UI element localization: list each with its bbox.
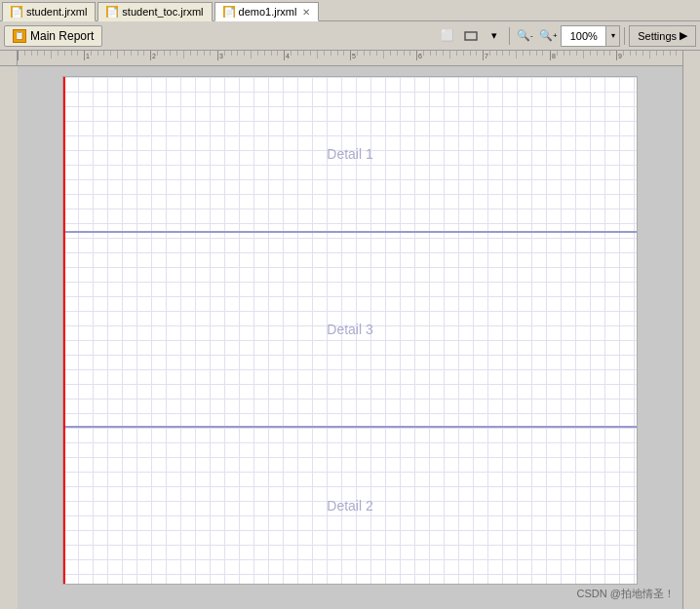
editor-container: 12345678 12345678910 Detail 1 Detail 3 <box>0 51 700 609</box>
zoom-control: ▾ <box>561 25 620 47</box>
top-ruler: 12345678910 <box>18 51 682 66</box>
zoom-in-button[interactable]: 🔍+ <box>537 25 559 47</box>
toolbar: 📋 Main Report ⬜ ▾ 🔍- 🔍+ ▾ Settings ▶ <box>0 21 700 51</box>
ruler-corner <box>0 51 18 66</box>
main-report-icon: 📋 <box>13 29 26 43</box>
band-detail1-label: Detail 1 <box>327 146 372 162</box>
band-detail1-handle[interactable] <box>63 231 637 235</box>
separator-1 <box>509 27 510 45</box>
zoom-out-button[interactable]: 🔍- <box>514 25 535 47</box>
tab-student-toc[interactable]: 📄 student_toc.jrxml <box>97 2 212 21</box>
tab-label-student-toc: student_toc.jrxml <box>122 6 203 18</box>
band-detail2-handle[interactable] <box>63 584 637 588</box>
band-detail2: Detail 2 <box>63 428 637 584</box>
tab-icon-student-toc: 📄 <box>106 6 118 18</box>
page-canvas: Detail 1 Detail 3 Detail 2 <box>62 76 638 585</box>
band-detail1: Detail 1 <box>63 77 637 233</box>
dropdown-btn[interactable]: ▾ <box>484 25 505 47</box>
band-detail2-label: Detail 2 <box>327 498 372 514</box>
tab-student[interactable]: 📄 student.jrxml <box>2 2 96 21</box>
zoom-section: 🔍- 🔍+ ▾ <box>514 25 620 47</box>
svg-rect-0 <box>465 32 477 40</box>
settings-label: Settings <box>638 30 677 42</box>
main-report-button[interactable]: 📋 Main Report <box>4 25 102 47</box>
settings-button[interactable]: Settings ▶ <box>629 25 696 47</box>
separator-2 <box>624 27 625 45</box>
band-detail3-handle[interactable] <box>63 426 637 430</box>
settings-arrow: ▶ <box>680 29 687 42</box>
band-detail3-label: Detail 3 <box>327 322 372 337</box>
zoom-input[interactable] <box>562 26 605 46</box>
watermark: CSDN @拍地情圣！ <box>577 587 675 601</box>
tab-close-demo1[interactable]: ✕ <box>302 7 310 18</box>
toolbar-view-controls: ⬜ ▾ <box>437 25 505 47</box>
design-area[interactable]: Detail 1 Detail 3 Detail 2 CSDN @拍地情圣！ <box>18 66 682 609</box>
fit-page-button[interactable]: ⬜ <box>437 25 458 47</box>
fit-width-button[interactable] <box>460 25 482 47</box>
tab-label-student: student.jrxml <box>26 6 87 18</box>
red-marker <box>63 77 65 584</box>
right-panel <box>682 51 700 609</box>
tab-icon-student: 📄 <box>11 6 22 18</box>
tab-bar: 📄 student.jrxml 📄 student_toc.jrxml 📄 de… <box>0 0 700 21</box>
content-area: 12345678910 Detail 1 Detail 3 Det <box>18 51 682 609</box>
tab-demo1[interactable]: 📄 demo1.jrxml ✕ <box>214 2 320 21</box>
band-detail3: Detail 3 <box>63 233 637 428</box>
zoom-dropdown-button[interactable]: ▾ <box>605 26 619 46</box>
main-report-label: Main Report <box>30 29 94 43</box>
tab-label-demo1: demo1.jrxml <box>239 6 297 18</box>
tab-icon-demo1: 📄 <box>223 6 235 18</box>
